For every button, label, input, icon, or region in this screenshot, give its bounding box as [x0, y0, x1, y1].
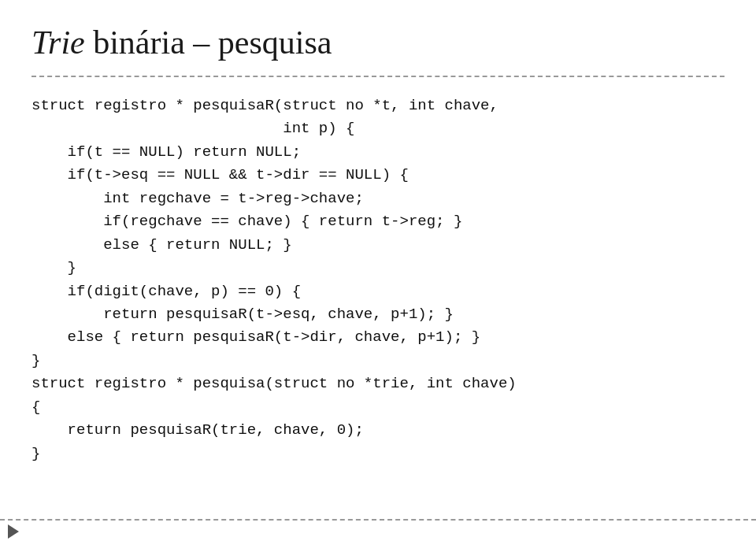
- title-italic: Trie: [32, 24, 85, 61]
- slide: Trie binária – pesquisa struct registro …: [0, 0, 756, 541]
- slide-title: Trie binária – pesquisa: [32, 24, 724, 77]
- bottom-bar: [0, 519, 756, 541]
- code-block: struct registro * pesquisaR(struct no *t…: [32, 94, 724, 465]
- nav-arrow-right[interactable]: [8, 524, 19, 539]
- title-rest: binária – pesquisa: [85, 24, 332, 61]
